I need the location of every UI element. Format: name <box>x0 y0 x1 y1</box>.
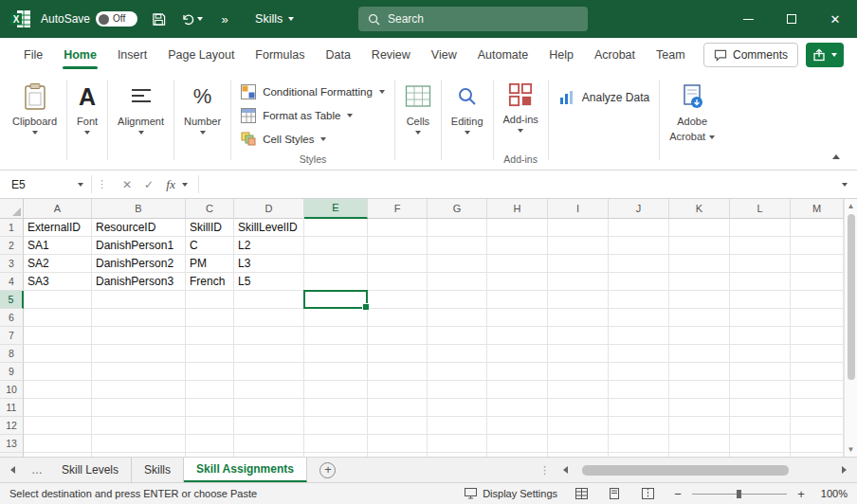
cell-J3[interactable] <box>609 255 669 273</box>
cell-J7[interactable] <box>609 327 669 345</box>
cell-G2[interactable] <box>428 237 487 255</box>
cell-J14[interactable] <box>609 453 669 457</box>
cell-M8[interactable] <box>791 345 844 363</box>
cell-A7[interactable] <box>24 327 92 345</box>
cell-E12[interactable] <box>304 417 368 435</box>
select-all-corner[interactable] <box>0 199 24 219</box>
alignment-button[interactable]: Alignment <box>118 81 164 135</box>
scroll-right-button[interactable] <box>835 466 852 474</box>
column-header-A[interactable]: A <box>24 199 92 219</box>
column-header-F[interactable]: F <box>368 199 428 219</box>
zoom-slider[interactable] <box>692 494 787 495</box>
cell-A14[interactable] <box>24 453 92 457</box>
cell-C1[interactable]: SkillID <box>186 219 234 237</box>
cell-M9[interactable] <box>791 363 844 381</box>
cell-A6[interactable] <box>24 309 92 327</box>
row-header-12[interactable]: 12 <box>0 417 24 435</box>
cell-I6[interactable] <box>548 309 609 327</box>
cell-D13[interactable] <box>234 435 304 453</box>
cell-C3[interactable]: PM <box>186 255 234 273</box>
search-box[interactable]: Search <box>358 7 588 31</box>
cell-A2[interactable]: SA1 <box>24 237 92 255</box>
cell-H9[interactable] <box>487 363 548 381</box>
cell-K12[interactable] <box>669 417 730 435</box>
number-button[interactable]: % Number <box>184 81 221 135</box>
cell-E11[interactable] <box>304 399 368 417</box>
column-header-E[interactable]: E <box>304 199 368 219</box>
cell-B7[interactable] <box>92 327 186 345</box>
sheet-tab-skill-levels[interactable]: Skill Levels <box>49 458 132 482</box>
cell-G10[interactable] <box>428 381 487 399</box>
tab-acrobat[interactable]: Acrobat <box>584 38 646 72</box>
cell-K1[interactable] <box>669 219 730 237</box>
cell-C9[interactable] <box>186 363 234 381</box>
cell-K14[interactable] <box>669 453 730 457</box>
cell-E3[interactable] <box>304 255 368 273</box>
cell-L8[interactable] <box>730 345 791 363</box>
row-header-10[interactable]: 10 <box>0 381 24 399</box>
column-header-H[interactable]: H <box>487 199 548 219</box>
row-header-13[interactable]: 13 <box>0 435 24 453</box>
tab-automate[interactable]: Automate <box>467 38 539 72</box>
sheet-nav-more-button[interactable]: … <box>25 458 49 482</box>
cell-K3[interactable] <box>669 255 730 273</box>
cell-A13[interactable] <box>24 435 92 453</box>
cell-A5[interactable] <box>24 291 92 309</box>
display-settings-button[interactable]: Display Settings <box>465 488 557 499</box>
cell-D14[interactable] <box>234 453 304 457</box>
zoom-out-button[interactable]: − <box>671 487 684 501</box>
cell-I4[interactable] <box>548 273 609 291</box>
cell-B14[interactable] <box>92 453 186 457</box>
tab-formulas[interactable]: Formulas <box>245 38 315 72</box>
row-header-14[interactable]: 14 <box>0 453 24 457</box>
workbook-title[interactable]: Skills <box>255 12 294 26</box>
horizontal-scrollbar-thumb[interactable] <box>582 465 789 476</box>
cell-D1[interactable]: SkillLevelID <box>234 219 304 237</box>
cell-F1[interactable] <box>368 219 428 237</box>
cell-C10[interactable] <box>186 381 234 399</box>
cell-H14[interactable] <box>487 453 548 457</box>
cell-H11[interactable] <box>487 399 548 417</box>
enter-button[interactable]: ✓ <box>144 178 154 191</box>
cell-G11[interactable] <box>428 399 487 417</box>
zoom-in-button[interactable]: + <box>794 487 808 501</box>
cell-K5[interactable] <box>669 291 730 309</box>
cell-D7[interactable] <box>234 327 304 345</box>
cell-B1[interactable]: ResourceID <box>92 219 186 237</box>
cell-H7[interactable] <box>487 327 548 345</box>
cell-I8[interactable] <box>548 345 609 363</box>
cell-E6[interactable] <box>304 309 368 327</box>
cell-F14[interactable] <box>368 453 428 457</box>
cell-A4[interactable]: SA3 <box>24 273 92 291</box>
cell-C6[interactable] <box>186 309 234 327</box>
horizontal-scrollbar-track[interactable] <box>576 465 832 476</box>
tab-insert[interactable]: Insert <box>107 38 157 72</box>
cell-I5[interactable] <box>548 291 609 309</box>
cell-C4[interactable]: French <box>186 273 234 291</box>
row-header-2[interactable]: 2 <box>0 237 24 255</box>
add-ins-button[interactable]: Add-ins <box>503 80 538 133</box>
tab-review[interactable]: Review <box>361 38 421 72</box>
formula-bar-expand-button[interactable] <box>832 171 857 198</box>
cell-J6[interactable] <box>609 309 669 327</box>
cell-I11[interactable] <box>548 399 609 417</box>
comments-button[interactable]: Comments <box>703 43 798 67</box>
cell-E2[interactable] <box>304 237 368 255</box>
new-sheet-button[interactable]: + <box>307 458 349 482</box>
cell-F12[interactable] <box>368 417 428 435</box>
cell-M5[interactable] <box>791 291 844 309</box>
analyze-data-button[interactable]: Analyze Data <box>558 89 649 106</box>
cell-I14[interactable] <box>548 453 609 457</box>
tab-team[interactable]: Team <box>646 38 696 72</box>
cell-G6[interactable] <box>428 309 487 327</box>
cell-H12[interactable] <box>487 417 548 435</box>
cell-K4[interactable] <box>669 273 730 291</box>
scroll-down-button[interactable]: ▼ <box>845 442 857 457</box>
cell-J9[interactable] <box>609 363 669 381</box>
tab-splitter-handle[interactable]: ⋮ <box>536 464 554 477</box>
cell-K6[interactable] <box>669 309 730 327</box>
tab-data[interactable]: Data <box>315 38 360 72</box>
cell-C8[interactable] <box>186 345 234 363</box>
column-header-L[interactable]: L <box>730 199 791 219</box>
column-header-C[interactable]: C <box>186 199 234 219</box>
